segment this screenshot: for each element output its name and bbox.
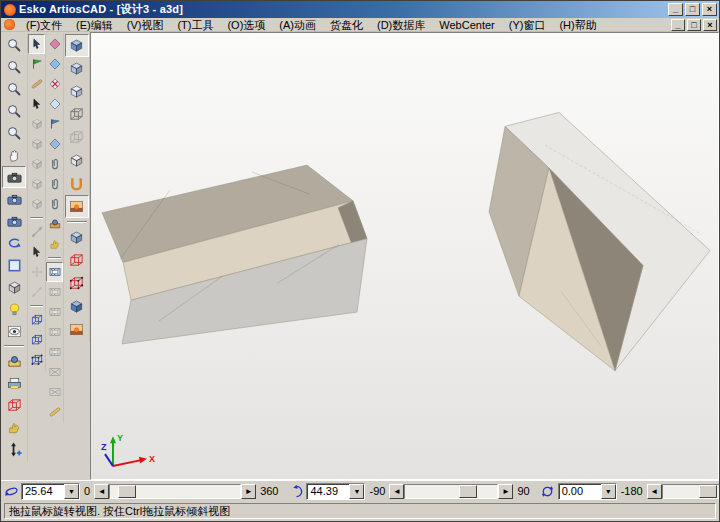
angle-x-input[interactable]: 44.39 ▼ bbox=[306, 483, 365, 500]
light-source-button[interactable] bbox=[2, 298, 26, 320]
angle-y-slider[interactable] bbox=[109, 484, 241, 499]
view-shaded-button[interactable] bbox=[65, 57, 89, 80]
attach-run-button[interactable] bbox=[46, 194, 63, 214]
menu-file[interactable]: (F)文件 bbox=[19, 18, 69, 32]
restore-button[interactable]: □ bbox=[687, 19, 701, 31]
zoom-out-button[interactable] bbox=[2, 78, 26, 100]
extrude-cube-1-button[interactable] bbox=[28, 310, 45, 330]
annotate-select-button[interactable] bbox=[28, 242, 45, 262]
menu-help[interactable]: (H)帮助 bbox=[552, 18, 603, 32]
visibility-button[interactable] bbox=[2, 320, 26, 342]
view-solid-button[interactable] bbox=[65, 34, 89, 57]
x-axis-arrow bbox=[113, 460, 141, 466]
menu-tools[interactable]: (T)工具 bbox=[170, 18, 220, 32]
view-open-tray-button[interactable] bbox=[65, 172, 89, 195]
extrude-cube-3-button[interactable] bbox=[28, 350, 45, 370]
rotation-group-x: 44.39 ▼ -90 ◄ ► 90 bbox=[288, 483, 533, 500]
zoom-in-button[interactable] bbox=[2, 34, 26, 56]
slider-left-arrow[interactable]: ◄ bbox=[94, 484, 109, 499]
slider-thumb[interactable] bbox=[699, 485, 717, 498]
break-fold-button[interactable] bbox=[46, 74, 63, 94]
move-design-button[interactable] bbox=[28, 94, 45, 114]
slider-right-arrow[interactable]: ► bbox=[498, 484, 513, 499]
view-red-points-button[interactable] bbox=[65, 272, 89, 295]
zoom-window-button[interactable] bbox=[2, 100, 26, 122]
mailbox-icon bbox=[6, 353, 23, 370]
angle-x-slider[interactable] bbox=[404, 484, 498, 499]
camera-view-angle-button[interactable] bbox=[2, 166, 26, 188]
zoom-previous-button[interactable] bbox=[2, 56, 26, 78]
max-label: 90 bbox=[513, 485, 533, 497]
zoom-extents-button[interactable] bbox=[2, 122, 26, 144]
view-transparent-button[interactable] bbox=[65, 226, 89, 249]
cube-icon bbox=[30, 177, 44, 191]
menu-palletization[interactable]: 货盘化 bbox=[323, 18, 370, 32]
pan-button[interactable] bbox=[2, 144, 26, 166]
chevron-down-icon[interactable]: ▼ bbox=[601, 484, 616, 499]
menu-webcenter[interactable]: WebCenter bbox=[432, 18, 501, 32]
perspective-button[interactable] bbox=[2, 276, 26, 298]
angle-y-input[interactable]: 25.64 ▼ bbox=[21, 483, 80, 500]
cube-icon bbox=[30, 157, 44, 171]
view-wireframe-button[interactable] bbox=[65, 103, 89, 126]
angle-z-input[interactable]: 0.00 ▼ bbox=[558, 483, 617, 500]
menu-database[interactable]: (D)数据库 bbox=[370, 18, 432, 32]
fold-all-button[interactable] bbox=[46, 94, 63, 114]
chevron-down-icon[interactable]: ▼ bbox=[64, 484, 79, 499]
viewport-3d[interactable]: Y X Z bbox=[90, 32, 719, 480]
rotate-view-button[interactable] bbox=[2, 232, 26, 254]
attach-add-button[interactable] bbox=[46, 174, 63, 194]
rotate-vertical-icon bbox=[288, 483, 304, 499]
print-3d-button[interactable] bbox=[2, 372, 26, 394]
camera-capture-button[interactable] bbox=[2, 210, 26, 232]
view-toolbar bbox=[1, 33, 28, 461]
fold-angle-button[interactable] bbox=[46, 54, 63, 74]
slider-thumb[interactable] bbox=[459, 485, 477, 498]
select-base-face-button[interactable] bbox=[46, 114, 63, 134]
cube-icon bbox=[6, 279, 23, 296]
view-background-image-2-button[interactable] bbox=[65, 318, 89, 341]
ergonomics-gloves-button[interactable] bbox=[2, 416, 26, 438]
menu-edit[interactable]: (E)编辑 bbox=[69, 18, 120, 32]
menu-animation[interactable]: (A)动画 bbox=[272, 18, 323, 32]
view-hidden-line-button[interactable] bbox=[65, 126, 89, 149]
extrude-cube-2-button[interactable] bbox=[28, 330, 45, 350]
select-designs-button[interactable] bbox=[28, 34, 45, 54]
restore-button[interactable]: □ bbox=[685, 3, 700, 16]
close-button[interactable]: × bbox=[702, 3, 717, 16]
minimize-button[interactable]: _ bbox=[668, 3, 683, 16]
menu-window[interactable]: (Y)窗口 bbox=[502, 18, 553, 32]
menu-options[interactable]: (O)选项 bbox=[220, 18, 272, 32]
look-at-face-button[interactable] bbox=[2, 254, 26, 276]
slider-left-arrow[interactable]: ◄ bbox=[389, 484, 404, 499]
animation-frame-button[interactable] bbox=[46, 262, 63, 282]
draw-line-button[interactable] bbox=[46, 402, 63, 422]
slider-left-arrow[interactable]: ◄ bbox=[647, 484, 662, 499]
angle-z-slider[interactable] bbox=[662, 484, 720, 499]
bend-sheet-button[interactable] bbox=[46, 134, 63, 154]
join-planes-button[interactable] bbox=[46, 34, 63, 54]
array-copy-button bbox=[28, 194, 45, 214]
wireframe-edit-button[interactable] bbox=[2, 394, 26, 416]
menu-view[interactable]: (V)视图 bbox=[120, 18, 171, 32]
tape-tool-button[interactable] bbox=[28, 74, 45, 94]
view-draft-cube-button[interactable] bbox=[65, 149, 89, 172]
minimize-button[interactable]: _ bbox=[671, 19, 685, 31]
slider-thumb[interactable] bbox=[118, 485, 136, 498]
view-background-image-button[interactable] bbox=[65, 195, 89, 218]
gloves-tool-button[interactable] bbox=[46, 234, 63, 254]
chevron-down-icon[interactable]: ▼ bbox=[349, 484, 364, 499]
push-pull-button[interactable] bbox=[2, 438, 26, 460]
view-red-wireframe-button[interactable] bbox=[65, 249, 89, 272]
attach-file-button[interactable] bbox=[46, 154, 63, 174]
tray-output-button[interactable] bbox=[2, 350, 26, 372]
select-angle-button[interactable] bbox=[28, 54, 45, 74]
view-light-button[interactable] bbox=[65, 80, 89, 103]
title-bar[interactable]: Esko ArtiosCAD - [设计3 - a3d] _□× bbox=[1, 1, 719, 18]
camera-output-button[interactable] bbox=[2, 188, 26, 210]
slider-right-arrow[interactable]: ► bbox=[241, 484, 256, 499]
close-button[interactable]: × bbox=[703, 19, 717, 31]
view-shadow-button[interactable] bbox=[65, 295, 89, 318]
max-label: 360 bbox=[256, 485, 282, 497]
basket-tool-button[interactable] bbox=[46, 214, 63, 234]
